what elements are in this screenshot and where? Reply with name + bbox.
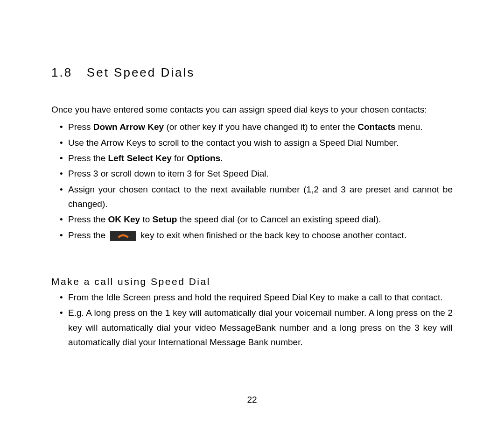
list-item: E.g. A long press on the 1 key will auto… [60, 305, 453, 349]
bold-text: Setup [153, 214, 177, 224]
bold-text: Left Select Key [108, 153, 172, 163]
text-fragment: to [140, 214, 152, 224]
list-item: Assign your chosen contact to the next a… [60, 182, 453, 212]
intro-paragraph: Once you have entered some contacts you … [51, 102, 453, 117]
text-fragment: menu. [396, 122, 423, 132]
instruction-list-2: From the Idle Screen press and hold the … [51, 290, 453, 349]
page-number: 22 [247, 395, 257, 405]
instruction-list: Press Down Arrow Key (or other key if yo… [51, 120, 453, 242]
text-fragment: Press [68, 122, 93, 132]
text-fragment: Press the [68, 230, 108, 240]
document-page: 1.8 Set Speed Dials Once you have entere… [0, 0, 504, 378]
end-call-key-icon [110, 231, 136, 241]
bold-text: Contacts [357, 122, 395, 132]
text-fragment: key to exit when finished or the back ke… [138, 230, 407, 240]
section-number: 1.8 [51, 65, 72, 79]
text-fragment: Press the [68, 214, 108, 224]
section-title: Set Speed Dials [87, 65, 195, 79]
list-item: From the Idle Screen press and hold the … [60, 290, 453, 305]
section-heading: 1.8 Set Speed Dials [51, 65, 453, 80]
text-fragment: the speed dial (or to Cancel an existing… [177, 214, 381, 224]
list-item: Press the key to exit when finished or t… [60, 228, 453, 242]
list-item: Use the Arrow Keys to scroll to the cont… [60, 135, 453, 150]
sub-heading: Make a call using Speed Dial [51, 276, 453, 287]
list-item: Press the OK Key to Setup the speed dial… [60, 212, 453, 227]
text-fragment: (or other key if you have changed it) to… [164, 122, 357, 132]
list-item: Press Down Arrow Key (or other key if yo… [60, 120, 453, 134]
text-fragment: Press the [68, 153, 108, 163]
text-fragment: for [172, 153, 187, 163]
list-item: Press 3 or scroll down to item 3 for Set… [60, 166, 453, 181]
list-item: Press the Left Select Key for Options. [60, 151, 453, 165]
bold-text: OK Key [108, 214, 140, 224]
text-fragment: . [220, 153, 223, 163]
bold-text: Down Arrow Key [93, 122, 164, 132]
bold-text: Options [187, 153, 221, 163]
